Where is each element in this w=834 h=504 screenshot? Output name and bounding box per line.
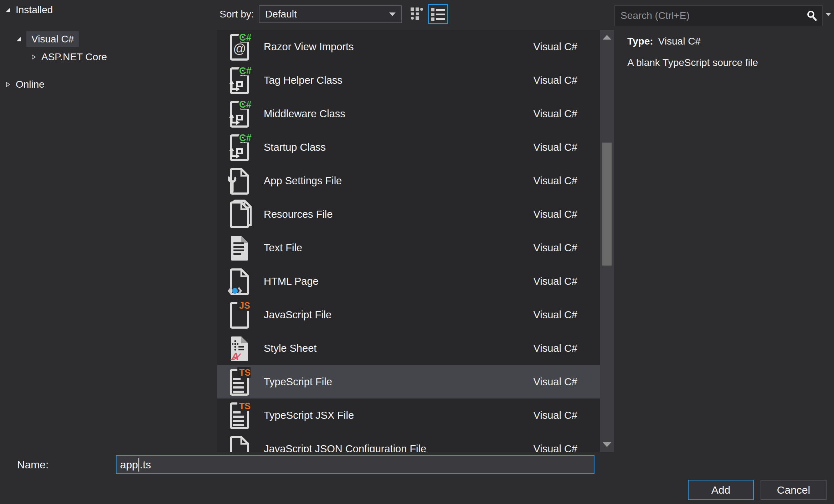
item-label: JavaScript File xyxy=(264,309,331,321)
tree-item-label: Online xyxy=(16,79,45,90)
item-category: Visual C# xyxy=(533,74,577,86)
item-label: Style Sheet xyxy=(264,343,316,354)
item-label: TypeScript JSX File xyxy=(264,410,354,421)
add-button[interactable]: Add xyxy=(688,480,754,500)
svg-text:C#: C# xyxy=(239,32,252,43)
chevron-down-icon xyxy=(389,12,396,16)
svg-text:A: A xyxy=(231,350,239,362)
list-view-button[interactable] xyxy=(428,4,448,24)
scroll-up-icon[interactable] xyxy=(603,35,611,40)
search-box xyxy=(614,5,823,26)
svg-text:C#: C# xyxy=(239,133,252,143)
tree-item-aspnet-core[interactable]: ASP.NET Core xyxy=(31,51,107,63)
list-view-icon xyxy=(431,7,445,21)
html-page-icon xyxy=(228,266,252,296)
item-label: TypeScript File xyxy=(264,376,332,388)
svg-text:@: @ xyxy=(233,41,246,56)
small-icons-view-icon xyxy=(410,7,424,21)
search-options-chevron-icon[interactable] xyxy=(825,13,831,16)
template-description: A blank TypeScript source file xyxy=(627,57,758,68)
list-item[interactable]: JS JavaScript File Visual C# xyxy=(217,298,600,331)
razor-view-imports-icon: @C# xyxy=(228,32,252,62)
javascript-file-icon: JS xyxy=(228,300,252,330)
list-item[interactable]: HTML Page Visual C# xyxy=(217,264,600,298)
list-scrollbar[interactable] xyxy=(600,30,614,452)
tag-helper-class-icon: C# xyxy=(228,65,252,95)
item-label: JavaScript JSON Configuration File xyxy=(264,443,426,452)
template-list: @C# Razor View Imports Visual C# C# Tag … xyxy=(217,30,600,452)
svg-text:JS: JS xyxy=(239,300,250,310)
json-config-file-icon xyxy=(228,434,252,452)
search-icon[interactable] xyxy=(807,10,817,21)
list-item[interactable]: C# Tag Helper Class Visual C# xyxy=(217,63,600,97)
type-value: Visual C# xyxy=(658,36,701,47)
expanded-triangle-icon xyxy=(5,7,11,13)
sort-by-label: Sort by: xyxy=(220,9,254,20)
startup-class-icon: C# xyxy=(228,132,252,162)
typescript-file-icon: TS xyxy=(228,367,252,397)
list-item-selected[interactable]: TS TypeScript File Visual C# xyxy=(217,365,600,398)
item-category: Visual C# xyxy=(533,41,577,53)
item-category: Visual C# xyxy=(533,443,577,452)
item-label: HTML Page xyxy=(264,276,319,287)
list-item[interactable]: C# Middleware Class Visual C# xyxy=(217,97,600,130)
search-input[interactable] xyxy=(615,10,807,21)
sort-by-dropdown[interactable]: Default xyxy=(259,5,402,23)
item-category: Visual C# xyxy=(533,410,577,421)
item-category: Visual C# xyxy=(533,309,577,321)
item-category: Visual C# xyxy=(533,276,577,287)
list-item[interactable]: @C# Razor View Imports Visual C# xyxy=(217,30,600,63)
item-category: Visual C# xyxy=(533,142,577,153)
item-label: Resources File xyxy=(264,209,333,220)
name-label: Name: xyxy=(17,459,48,471)
expanded-triangle-icon xyxy=(16,36,21,42)
tree-item-visual-csharp[interactable]: Visual C# xyxy=(16,31,79,47)
list-item[interactable]: Resources File Visual C# xyxy=(217,197,600,231)
template-type-line: Type:Visual C# xyxy=(627,36,701,47)
style-sheet-icon: A xyxy=(228,333,252,363)
sort-by-value: Default xyxy=(265,9,297,20)
tree-item-label-selected: Visual C# xyxy=(26,31,79,47)
list-item[interactable]: A Style Sheet Visual C# xyxy=(217,331,600,365)
item-category: Visual C# xyxy=(533,175,577,187)
text-file-icon xyxy=(228,233,252,263)
tree-item-installed[interactable]: Installed xyxy=(5,4,53,16)
tree-item-label: Installed xyxy=(16,4,53,16)
item-label: Tag Helper Class xyxy=(264,74,343,86)
name-value-before-caret: app xyxy=(120,459,138,471)
small-icons-view-button[interactable] xyxy=(408,5,426,22)
app-settings-file-icon xyxy=(228,166,252,196)
collapsed-triangle-icon xyxy=(31,54,36,60)
svg-text:C#: C# xyxy=(239,66,252,76)
list-item[interactable]: Text File Visual C# xyxy=(217,231,600,264)
item-category: Visual C# xyxy=(533,242,577,254)
item-label: Middleware Class xyxy=(264,108,345,120)
typescript-jsx-file-icon: TS xyxy=(228,400,252,430)
name-input[interactable]: app .ts xyxy=(116,455,594,474)
list-item[interactable]: App Settings File Visual C# xyxy=(217,164,600,197)
name-value-after-caret: .ts xyxy=(140,459,151,471)
item-category: Visual C# xyxy=(533,376,577,388)
item-label: Startup Class xyxy=(264,142,326,153)
list-item[interactable]: TS TypeScript JSX File Visual C# xyxy=(217,398,600,432)
collapsed-triangle-icon xyxy=(5,82,11,87)
item-category: Visual C# xyxy=(533,108,577,120)
item-label: Text File xyxy=(264,242,302,254)
item-category: Visual C# xyxy=(533,343,577,354)
scrollbar-thumb[interactable] xyxy=(602,143,612,266)
list-item[interactable]: JavaScript JSON Configuration File Visua… xyxy=(217,432,600,452)
svg-text:TS: TS xyxy=(239,401,251,411)
item-label: App Settings File xyxy=(264,175,342,187)
tree-item-label: ASP.NET Core xyxy=(41,51,107,63)
svg-text:TS: TS xyxy=(239,367,251,377)
tree-item-online[interactable]: Online xyxy=(5,79,45,90)
resources-file-icon xyxy=(228,199,252,229)
item-label: Razor View Imports xyxy=(264,41,354,53)
scroll-down-icon[interactable] xyxy=(603,442,611,447)
list-item[interactable]: C# Startup Class Visual C# xyxy=(217,130,600,164)
cancel-button[interactable]: Cancel xyxy=(761,480,827,500)
svg-text:C#: C# xyxy=(239,99,252,110)
text-caret xyxy=(138,458,139,472)
item-category: Visual C# xyxy=(533,209,577,220)
type-label: Type: xyxy=(627,36,653,47)
